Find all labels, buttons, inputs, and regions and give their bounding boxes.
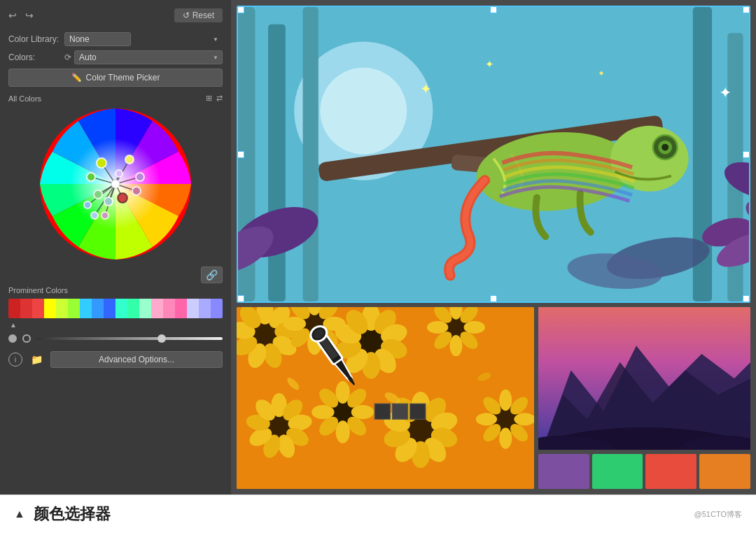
color-library-label: Color Library: (8, 34, 64, 44)
svg-rect-32 (268, 24, 286, 301)
svg-point-26 (91, 212, 98, 219)
svg-point-16 (97, 158, 106, 168)
selection-handle-tl[interactable] (237, 6, 244, 13)
bottom-images-row (237, 307, 750, 489)
selection-handle-lc[interactable] (237, 151, 244, 158)
slider-arrow-icon: ▲ (10, 321, 17, 329)
swatch-12 (139, 299, 151, 318)
swatch-13 (151, 299, 163, 318)
svg-text:✦: ✦ (420, 81, 432, 97)
footer-watermark: @51CTO博客 (694, 509, 742, 520)
info-icon: i (15, 355, 16, 364)
right-panel: ✦ ✦ ✦ ✦ (231, 0, 756, 495)
brightness-slider-thumb[interactable] (158, 334, 166, 343)
swatch-purple[interactable] (538, 454, 589, 489)
mountain-image (538, 307, 750, 450)
all-colors-section-label: All Colors ⊞ ⇄ (8, 94, 223, 103)
swatch-4 (44, 299, 56, 318)
undo-icon[interactable]: ↩ (8, 10, 17, 21)
info-button[interactable]: i (8, 353, 22, 367)
svg-point-30 (320, 68, 407, 155)
chameleon-image: ✦ ✦ ✦ ✦ (237, 6, 750, 303)
bottom-action-row: i 📁 Advanced Options... (8, 351, 223, 368)
svg-point-46 (610, 126, 688, 192)
svg-rect-146 (392, 404, 407, 419)
prominent-colors-section: Prominent Colors (8, 286, 223, 329)
selection-handle-bl[interactable] (237, 295, 244, 302)
chain-link-button[interactable]: 🔗 (201, 266, 223, 283)
swatch-10 (115, 299, 127, 318)
grid-icon[interactable]: ⊞ (206, 94, 212, 103)
chain-icon-container: 🔗 (8, 266, 223, 283)
svg-text:✦: ✦ (598, 69, 605, 78)
swatch-14 (163, 299, 175, 318)
svg-point-91 (464, 321, 485, 334)
footer: ▲ 颜色选择器 @51CTO博客 (0, 495, 756, 533)
colors-cycle-icon: ⟳ (64, 52, 71, 62)
swatch-8 (92, 299, 104, 318)
svg-point-21 (118, 193, 127, 203)
picker-icon: ✏️ (71, 73, 82, 83)
swatch-red[interactable] (645, 454, 696, 489)
sunflower-svg (237, 307, 534, 489)
brightness-slider-track[interactable] (36, 337, 223, 340)
sunflower-image (237, 307, 534, 489)
main-area: ↩ ↪ ↺ Reset Color Library: None Adobe Co… (0, 0, 756, 495)
app-container: ↩ ↪ ↺ Reset Color Library: None Adobe Co… (0, 0, 756, 533)
selection-handle-rc[interactable] (743, 151, 750, 158)
colors-field-row: Colors: ⟳ Auto 3 4 5 (8, 50, 223, 64)
swatch-15 (175, 299, 187, 318)
radio-dot-2[interactable] (22, 334, 31, 343)
selection-handle-tc[interactable] (490, 6, 497, 13)
swatch-orange[interactable] (699, 454, 750, 489)
svg-point-22 (132, 187, 141, 195)
svg-text:✦: ✦ (485, 59, 494, 70)
svg-point-25 (84, 201, 91, 208)
svg-point-24 (115, 170, 122, 177)
swatch-2 (20, 299, 32, 318)
mountain-svg (538, 307, 750, 450)
svg-rect-33 (303, 7, 318, 301)
footer-triangle-icon: ▲ (14, 508, 25, 520)
toolbar-icons: ↩ ↪ (8, 10, 34, 21)
reset-button[interactable]: ↺ Reset (174, 8, 223, 22)
swatch-17 (199, 299, 211, 318)
bottom-right-section (538, 307, 750, 489)
swatch-green[interactable] (592, 454, 643, 489)
svg-point-27 (102, 212, 108, 219)
folder-button[interactable]: 📁 (28, 353, 45, 367)
chameleon-scene-svg: ✦ ✦ ✦ ✦ (238, 7, 749, 301)
prominent-color-strip[interactable] (8, 299, 223, 318)
slider-row (8, 334, 223, 343)
left-panel: ↩ ↪ ↺ Reset Color Library: None Adobe Co… (0, 0, 231, 495)
radio-dot-1[interactable] (8, 334, 17, 343)
svg-point-15 (111, 180, 120, 188)
svg-point-95 (427, 321, 448, 334)
reset-icon: ↺ (183, 10, 190, 20)
color-swatches-row (538, 454, 750, 489)
swatch-1 (8, 299, 20, 318)
folder-icon: 📁 (31, 354, 43, 365)
color-library-select-wrapper: None Adobe Color Custom (64, 32, 223, 46)
colors-select-wrapper: ⟳ Auto 3 4 5 (64, 50, 223, 64)
swatch-7 (80, 299, 92, 318)
selection-handle-br[interactable] (743, 295, 750, 302)
svg-point-20 (104, 197, 113, 206)
footer-title: 颜色选择器 (34, 504, 111, 525)
svg-point-132 (499, 427, 512, 448)
selection-handle-tr[interactable] (743, 6, 750, 13)
redo-icon[interactable]: ↪ (25, 10, 34, 21)
swatch-11 (127, 299, 139, 318)
color-wheel-container[interactable] (38, 107, 192, 261)
colors-select[interactable]: Auto 3 4 5 (74, 50, 223, 64)
svg-point-93 (449, 335, 462, 356)
shuffle-icon[interactable]: ⇄ (216, 94, 223, 103)
toolbar-row: ↩ ↪ ↺ Reset (8, 6, 223, 25)
color-library-row: Color Library: None Adobe Color Custom (8, 32, 223, 46)
advanced-options-button[interactable]: Advanced Options... (50, 351, 223, 368)
selection-handle-bc[interactable] (490, 295, 497, 302)
svg-rect-145 (374, 404, 390, 419)
color-theme-picker-button[interactable]: ✏️ Color Theme Picker (8, 69, 223, 87)
color-library-select[interactable]: None Adobe Color Custom (64, 32, 131, 46)
swatch-16 (187, 299, 199, 318)
